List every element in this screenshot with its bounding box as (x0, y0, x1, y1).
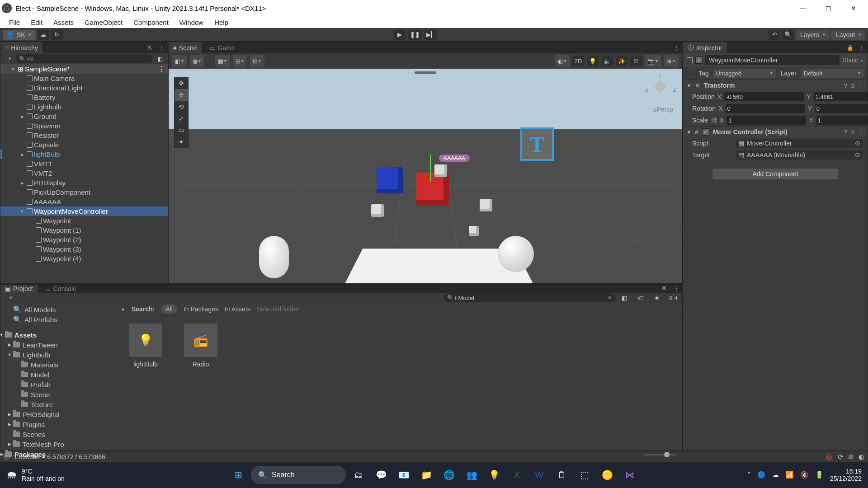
maximize-button[interactable]: ▢ (816, 0, 841, 16)
foldout-icon[interactable]: ▼ (10, 67, 16, 71)
gizmos-button[interactable]: ⊕▼ (665, 56, 678, 66)
visual-studio-icon[interactable]: ⋈ (620, 465, 640, 485)
clear-search-icon[interactable]: ✕ (608, 295, 612, 301)
2d-toggle[interactable]: 2D (572, 56, 584, 66)
orientation-gizmo[interactable]: y x z (645, 72, 676, 103)
component-enabled-checkbox[interactable]: ✓ (702, 128, 709, 136)
active-checkbox[interactable]: ✓ (695, 56, 703, 64)
autorefresh-icon[interactable]: ⟳ (838, 453, 844, 461)
mover-component-header[interactable]: ▼ # ✓ Mover Controller (Script) ?⎚⋮ (683, 126, 868, 137)
tips-icon[interactable]: 💡 (484, 465, 504, 485)
shading-mode-button[interactable]: ◍▼ (191, 56, 203, 66)
hand-tool[interactable]: ✥ (175, 77, 188, 89)
draw-mode-button[interactable]: ◐▼ (556, 56, 569, 66)
rect-tool[interactable]: ▭ (175, 124, 188, 136)
kebab-icon[interactable]: ⋮ (858, 129, 864, 136)
increment-button[interactable]: ⊟▼ (251, 56, 264, 66)
foldout-icon[interactable]: ▶ (0, 452, 4, 456)
search-by-label-icon[interactable]: 🏷 (635, 293, 646, 303)
help-icon[interactable]: ? (844, 82, 847, 89)
taskbar-clock[interactable]: 16:19 25/12/2022 (830, 468, 862, 482)
hierarchy-item[interactable]: Spawner (0, 121, 168, 131)
static-dropdown[interactable]: Static ▼ (842, 56, 864, 64)
inspector-tab[interactable]: ⓘInspector (683, 42, 727, 53)
transform-tool[interactable]: ✦ (175, 136, 188, 148)
project-folder[interactable]: Scene (0, 389, 116, 399)
menu-window[interactable]: Window (174, 17, 209, 28)
search-by-type-icon[interactable]: ◧ (618, 293, 630, 303)
rotation-x-field[interactable] (726, 104, 805, 113)
add-component-button[interactable]: Add Component (712, 168, 839, 180)
hierarchy-item[interactable]: Directional Light (0, 83, 168, 93)
layers-dropdown[interactable]: Layers▼ (796, 30, 830, 40)
sticky-notes-icon[interactable]: 🗒 (552, 465, 572, 485)
scene-row[interactable]: ▼ ⊞ SampleScene* ⋮ (0, 64, 168, 74)
filter-icon[interactable]: ◧ (154, 54, 166, 64)
favorite-item[interactable]: 🔍All Models (0, 305, 116, 314)
word-icon[interactable]: W (529, 465, 549, 485)
preset-icon[interactable]: ⎚ (851, 82, 854, 89)
project-tab[interactable]: ▣Project (0, 285, 38, 293)
hidden-toggle[interactable]: 👁⃠ (630, 56, 642, 66)
scope-in-assets[interactable]: In Assets (225, 305, 250, 313)
menu-component[interactable]: Component (128, 17, 174, 28)
project-folder[interactable]: Texture (0, 399, 116, 409)
battery-icon[interactable]: 🔋 (815, 471, 824, 479)
object-name-field[interactable]: WaypointMoveController (705, 55, 840, 65)
rotation-y-field[interactable] (815, 104, 868, 113)
project-folder[interactable]: Prefab (0, 380, 116, 389)
play-button[interactable]: ▶ (394, 30, 406, 40)
hidden-packages-icon[interactable]: 👁⃠4 (667, 293, 679, 303)
layout-dropdown[interactable]: Layout▼ (831, 30, 865, 40)
hierarchy-item[interactable]: Waypoint (0, 216, 168, 225)
chrome-icon[interactable]: 🟡 (597, 465, 617, 485)
hierarchy-tab[interactable]: ≡ Hierarchy (0, 42, 42, 53)
camera-button[interactable]: 📷▼ (646, 56, 660, 66)
hierarchy-item[interactable]: Main Camera (0, 74, 168, 83)
project-folder[interactable]: ▶TextMesh Pro (0, 439, 116, 449)
collapse-icon[interactable]: ⇱ (146, 44, 154, 52)
lock-icon[interactable]: 🔒 (846, 44, 854, 52)
up-arrow-icon[interactable]: ▲ (121, 306, 125, 311)
pause-button[interactable]: ❚❚ (408, 30, 422, 40)
object-picker-icon[interactable]: ⊙ (855, 140, 860, 147)
preset-icon[interactable]: ⎚ (851, 129, 854, 136)
activity-icon[interactable]: ◐ (859, 453, 864, 461)
hierarchy-item[interactable]: VMT2 (0, 169, 168, 178)
object-picker-icon[interactable]: ⊙ (855, 151, 860, 159)
transform-component-header[interactable]: ▼ ⤧ Transform ?⎚⋮ (683, 80, 868, 91)
foldout-icon[interactable]: ▶ (19, 152, 25, 157)
hierarchy-item[interactable]: ▶lightBulb (0, 150, 168, 159)
kebab-icon[interactable]: ⋮ (158, 44, 166, 52)
scene-viewport[interactable]: ✥ ✢ ⟲ ⤢ ▭ ✦ AAAAAA T y x z (169, 69, 682, 283)
project-folder[interactable]: ▶LeanTween (0, 340, 116, 350)
hierarchy-item[interactable]: Waypoint (4) (0, 254, 168, 263)
hierarchy-item[interactable]: ▶Ground (0, 112, 168, 121)
foldout-icon[interactable]: ▶ (7, 422, 12, 427)
cache-icon[interactable]: ⊘ (848, 453, 854, 461)
foldout-icon[interactable]: ▶ (7, 343, 12, 347)
hierarchy-item[interactable]: Waypoint (1) (0, 225, 168, 235)
foldout-icon[interactable]: ▶ (19, 114, 25, 119)
search-global-button[interactable]: 🔍 (782, 30, 794, 40)
undo-history-button[interactable]: ↻ (51, 30, 63, 40)
foldout-icon[interactable]: ▼ (687, 130, 691, 135)
projection-label[interactable]: ≤Persp (653, 106, 673, 113)
excel-icon[interactable]: X (507, 465, 527, 485)
overlay-drag-handle[interactable] (415, 71, 436, 74)
move-tool[interactable]: ✢ (175, 89, 188, 101)
audio-toggle[interactable]: 🔈 (601, 56, 613, 66)
hierarchy-item[interactable]: Battery (0, 93, 168, 102)
scope-all[interactable]: All (161, 305, 177, 314)
explorer-icon[interactable]: 📁 (416, 465, 436, 485)
position-x-field[interactable] (724, 92, 804, 101)
project-folder[interactable]: ▶PHOSdigital (0, 409, 116, 419)
help-icon[interactable]: ? (844, 129, 847, 136)
cloud-button[interactable]: ☁ (38, 30, 49, 40)
project-folder[interactable]: ▼Assets (0, 330, 116, 340)
asset-item[interactable]: 💡lightBulb (124, 324, 167, 368)
project-folder[interactable]: ▼Lightbulb (0, 350, 116, 360)
unity-hub-icon[interactable]: ⬚ (575, 465, 594, 485)
position-y-field[interactable] (814, 92, 868, 101)
hierarchy-item[interactable]: Capsule (0, 140, 168, 150)
